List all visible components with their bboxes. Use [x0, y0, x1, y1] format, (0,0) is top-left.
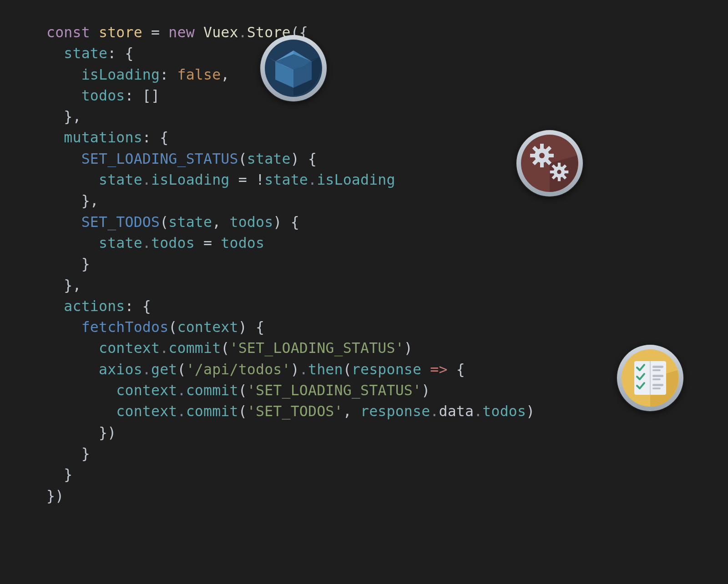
comma: ,	[90, 192, 99, 209]
close-paren: )	[291, 151, 299, 167]
comma: ,	[343, 403, 352, 419]
arg-state: state	[247, 151, 291, 167]
svg-rect-25	[564, 171, 568, 173]
prop-actions: actions	[64, 298, 125, 314]
ident-context: context	[116, 382, 177, 398]
svg-rect-35	[652, 366, 663, 368]
gears-icon	[516, 129, 584, 197]
open-brace: {	[456, 361, 465, 378]
open-paren: (	[221, 340, 229, 356]
code-block: const store = new Vuex.Store({ state: { …	[0, 0, 728, 506]
literal-false: false	[177, 66, 221, 83]
ident-state: state	[99, 171, 142, 188]
str-set-loading: 'SET_LOADING_STATUS'	[247, 382, 421, 398]
svg-rect-22	[558, 163, 561, 167]
svg-rect-36	[652, 369, 661, 371]
ident-state: state	[99, 235, 142, 251]
ident-isloading: isLoading	[151, 171, 229, 188]
colon: :	[160, 66, 168, 83]
str-set-loading: 'SET_LOADING_STATUS'	[230, 340, 404, 356]
ident-context: context	[99, 340, 160, 356]
open-paren: (	[343, 361, 352, 378]
svg-point-30	[557, 170, 561, 174]
ident-todos: todos	[482, 403, 526, 419]
method-commit: commit	[168, 340, 221, 356]
open-paren: (	[168, 319, 177, 335]
op-eq: =	[238, 171, 247, 188]
ident-response: response	[360, 403, 430, 419]
open-brace: {	[256, 319, 264, 335]
svg-rect-13	[540, 162, 544, 167]
dot: .	[308, 171, 317, 188]
checklist-icon	[616, 344, 684, 412]
ident-state: state	[264, 171, 308, 188]
close-brace: }	[81, 256, 90, 272]
ident-context: context	[116, 403, 177, 419]
prop-state: state	[64, 45, 107, 61]
ident-todos: todos	[151, 235, 195, 251]
ident-axios: axios	[99, 361, 142, 378]
box-icon	[259, 34, 328, 102]
var-store: store	[99, 24, 142, 40]
dot: .	[160, 340, 168, 356]
close-paren: )	[421, 382, 430, 398]
arrow: =>	[430, 361, 447, 378]
arg-state: state	[168, 214, 212, 230]
dot: .	[238, 24, 247, 40]
str-set-todos: 'SET_TODOS'	[247, 403, 343, 419]
arg-response: response	[352, 361, 421, 378]
close-brace: }	[64, 108, 72, 125]
arg-todos: todos	[230, 214, 273, 230]
svg-rect-40	[652, 388, 661, 389]
svg-rect-38	[652, 378, 661, 380]
method-then: then	[308, 361, 343, 378]
dot: .	[142, 361, 151, 378]
svg-rect-14	[530, 154, 536, 157]
open-brace: {	[160, 129, 168, 146]
op-bang: !	[256, 171, 264, 188]
open-paren: (	[238, 403, 247, 419]
method-commit: commit	[186, 403, 238, 419]
svg-rect-24	[550, 171, 554, 173]
state-badge	[259, 34, 328, 102]
svg-rect-39	[652, 384, 663, 386]
colon: :	[125, 87, 134, 104]
fn-set-todos: SET_TODOS	[81, 214, 160, 230]
open-brace: {	[308, 151, 317, 167]
close-paren: )	[238, 319, 247, 335]
open-paren: (	[238, 382, 247, 398]
open-brace: {	[142, 298, 151, 314]
dot: .	[474, 403, 482, 419]
dot: .	[142, 235, 151, 251]
svg-rect-12	[540, 144, 544, 149]
svg-rect-15	[548, 154, 554, 157]
keyword-new: new	[168, 24, 195, 40]
open-brace: {	[291, 214, 299, 230]
ident-isloading: isLoading	[317, 171, 395, 188]
open-brace: {	[125, 45, 134, 61]
open-paren: (	[238, 151, 247, 167]
close-brace: }	[64, 466, 72, 483]
close-paren: )	[526, 403, 535, 419]
arg-context: context	[177, 319, 238, 335]
comma: ,	[73, 108, 81, 125]
ident-data: data	[439, 403, 474, 419]
prop-isloading: isLoading	[81, 66, 160, 83]
prop-mutations: mutations	[64, 129, 142, 146]
dot: .	[142, 171, 151, 188]
code-slide: const store = new Vuex.Store({ state: { …	[0, 0, 728, 584]
dot: .	[177, 382, 186, 398]
comma: ,	[73, 277, 81, 293]
close-paren: )	[273, 214, 282, 230]
op-eq: =	[203, 235, 212, 251]
close-brace: }	[81, 192, 90, 209]
svg-rect-37	[652, 375, 663, 377]
close-brace: }	[81, 445, 90, 462]
close-call: })	[99, 424, 116, 441]
open-paren: (	[177, 361, 186, 378]
method-commit: commit	[186, 382, 238, 398]
class-vuex: Vuex	[203, 24, 238, 40]
close-paren: )	[404, 340, 413, 356]
empty-array: []	[142, 87, 160, 104]
comma: ,	[221, 66, 229, 83]
